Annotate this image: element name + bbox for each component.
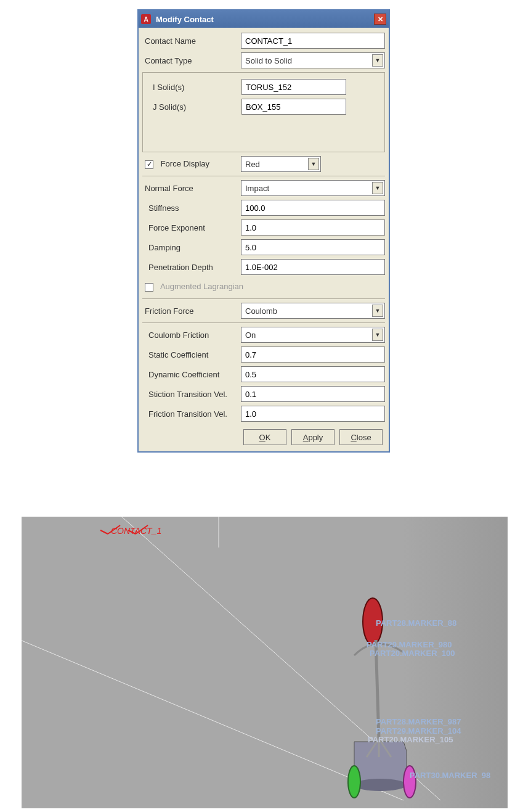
chevron-down-icon: ▼ <box>372 182 383 194</box>
friction-vel-label: Friction Transition Vel. <box>142 409 241 419</box>
friction-force-label: Friction Force <box>142 306 241 316</box>
coulomb-friction-select[interactable]: On ▼ <box>241 327 385 343</box>
contact-name-input[interactable] <box>241 33 385 49</box>
model-viewport[interactable]: CONTACT_1 PART28.MARKER_88 PART29.MARKER… <box>22 517 508 808</box>
close-icon[interactable]: ✕ <box>374 14 386 25</box>
coulomb-friction-label: Coulomb Friction <box>142 330 241 340</box>
force-display-row: Force Display <box>142 159 241 169</box>
aug-lagrangian-checkbox <box>145 283 153 292</box>
marker-label: PART30.MARKER_98 <box>410 771 490 780</box>
j-solid-input[interactable] <box>241 99 346 115</box>
dynamic-coeff-input[interactable] <box>241 366 385 382</box>
normal-force-select[interactable]: Impact ▼ <box>241 180 385 196</box>
damping-label: Damping <box>142 243 241 252</box>
chevron-down-icon: ▼ <box>372 54 383 67</box>
svg-point-9 <box>354 779 407 791</box>
apply-button[interactable]: Apply <box>291 429 335 445</box>
button-row: OK Apply Close <box>142 424 385 448</box>
app-icon: A <box>141 14 151 24</box>
i-solid-label: I Solid(s) <box>147 83 241 92</box>
contact-type-value: Solid to Solid <box>245 56 292 65</box>
friction-force-value: Coulomb <box>245 306 277 316</box>
force-display-checkbox[interactable] <box>145 160 153 169</box>
contact-annotation: CONTACT_1 <box>111 526 161 536</box>
marker-label: PART20.MARKER_105 <box>368 735 453 744</box>
ok-button[interactable]: OK <box>243 429 286 445</box>
coulomb-friction-value: On <box>245 330 256 340</box>
force-display-color-select[interactable]: Red ▼ <box>241 156 321 172</box>
static-coeff-input[interactable] <box>241 347 385 363</box>
titlebar[interactable]: A Modify Contact ✕ <box>139 10 389 28</box>
force-display-color-value: Red <box>245 160 260 169</box>
contact-name-label: Contact Name <box>142 36 241 46</box>
stiffness-label: Stiffness <box>142 203 241 213</box>
divider <box>142 298 385 299</box>
penetration-label: Penetration Depth <box>142 263 241 272</box>
chevron-down-icon: ▼ <box>372 305 383 317</box>
chevron-down-icon: ▼ <box>308 158 319 170</box>
normal-force-label: Normal Force <box>142 184 241 193</box>
normal-force-value: Impact <box>245 184 269 193</box>
svg-point-10 <box>348 766 360 798</box>
dynamic-coeff-label: Dynamic Coefficient <box>142 370 241 379</box>
stiction-vel-label: Stiction Transition Vel. <box>142 390 241 399</box>
marker-label: PART20.MARKER_100 <box>370 649 455 658</box>
j-solid-label: J Solid(s) <box>147 102 241 112</box>
force-display-label: Force Display <box>161 159 209 168</box>
divider <box>142 176 385 176</box>
penetration-input[interactable] <box>241 259 385 275</box>
marker-label: PART29.MARKER_980 <box>367 640 452 649</box>
stiction-vel-input[interactable] <box>241 386 385 402</box>
contact-type-label: Contact Type <box>142 56 241 65</box>
contact-type-select[interactable]: Solid to Solid ▼ <box>241 52 385 68</box>
stiffness-input[interactable] <box>241 200 385 216</box>
force-exponent-label: Force Exponent <box>142 223 241 232</box>
force-exponent-input[interactable] <box>241 219 385 236</box>
marker-label: PART28.MARKER_88 <box>376 618 456 628</box>
i-solid-input[interactable] <box>241 79 346 95</box>
marker-label: PART28.MARKER_987 <box>376 717 461 726</box>
divider <box>142 322 385 323</box>
close-button[interactable]: Close <box>339 429 383 445</box>
dialog-body: Contact Name Contact Type Solid to Solid… <box>139 28 389 451</box>
static-coeff-label: Static Coefficient <box>142 350 241 359</box>
marker-label: PART29.MARKER_104 <box>376 726 461 736</box>
chevron-down-icon: ▼ <box>372 329 383 341</box>
dialog-title: Modify Contact <box>156 15 374 24</box>
aug-lagrangian-label: Augmented Lagrangian <box>160 282 243 291</box>
aug-lagrangian-row: Augmented Lagrangian <box>142 282 243 292</box>
solids-group: I Solid(s) J Solid(s) <box>142 72 385 152</box>
modify-contact-dialog: A Modify Contact ✕ Contact Name Contact … <box>137 9 390 453</box>
friction-force-select[interactable]: Coulomb ▼ <box>241 303 385 319</box>
friction-vel-input[interactable] <box>241 406 385 422</box>
svg-line-4 <box>100 530 108 534</box>
damping-input[interactable] <box>241 239 385 255</box>
